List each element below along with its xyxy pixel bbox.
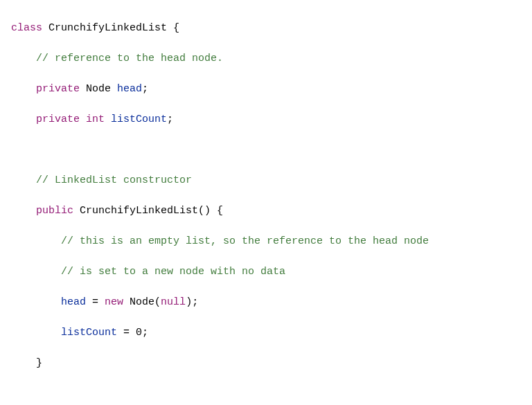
code-line: public CrunchifyLinkedList() { (11, 204, 532, 219)
field-listcount: listCount (111, 114, 167, 125)
code-line: // this is an empty list, so the referen… (11, 234, 532, 249)
comment: // is set to a new node with no data (61, 266, 285, 278)
ctor-name: CrunchifyLinkedList (80, 205, 198, 217)
field-head: head (61, 296, 86, 308)
eq: = (86, 296, 105, 308)
code-line: class CrunchifyLinkedList { (11, 21, 532, 36)
code-line: // is set to a new node with no data (11, 264, 532, 280)
semi: ; (142, 327, 148, 339)
code-block: class CrunchifyLinkedList { // reference… (0, 0, 532, 405)
blank-line (11, 386, 532, 402)
kw-class: class (11, 22, 42, 34)
kw-new: new (105, 296, 123, 308)
code-line: // reference to the head node. (11, 51, 532, 66)
code-line: private Node head; (11, 82, 532, 97)
brace: { (167, 22, 179, 34)
code-line: listCount = 0; (11, 325, 532, 341)
field-head: head (117, 83, 142, 95)
comment: // this is an empty list, so the referen… (61, 235, 429, 247)
kw-public: public (36, 205, 73, 217)
literal: 0 (136, 327, 142, 339)
code-line: head = new Node(null); (11, 295, 532, 310)
comment: // reference to the head node. (36, 53, 223, 64)
blank-line (11, 143, 532, 158)
kw-private: private (36, 83, 80, 95)
field-listcount: listCount (61, 327, 117, 339)
kw-null: null (161, 296, 186, 308)
comment: // LinkedList constructor (36, 174, 192, 186)
space (42, 22, 48, 34)
brace: } (36, 357, 42, 369)
type: Node (86, 83, 111, 95)
kw-private: private (36, 114, 80, 125)
eq: = (117, 327, 136, 339)
rest: ); (186, 296, 198, 308)
class-name: CrunchifyLinkedList (48, 22, 167, 34)
paren: ( (154, 296, 161, 308)
code-line: private int listCount; (11, 112, 532, 127)
code-line: } (11, 356, 532, 371)
kw-int: int (86, 114, 105, 125)
ctor: Node (130, 296, 154, 308)
code-line: // LinkedList constructor (11, 173, 532, 188)
paren-brace: () { (198, 205, 223, 217)
